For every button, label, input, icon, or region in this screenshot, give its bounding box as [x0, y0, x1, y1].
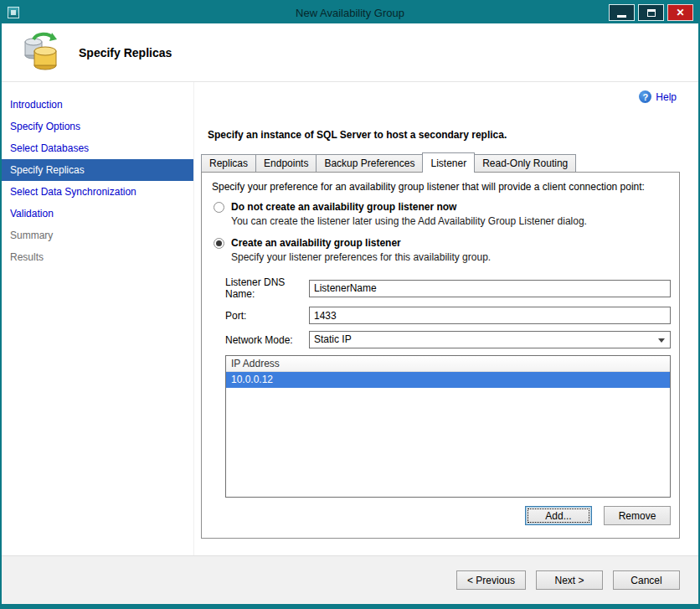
- instruction-text: Specify an instance of SQL Server to hos…: [208, 129, 680, 141]
- ip-address-row[interactable]: 10.0.0.12: [226, 372, 670, 388]
- close-button[interactable]: ✕: [667, 4, 693, 21]
- tab-endpoints[interactable]: Endpoints: [255, 154, 317, 172]
- sidebar-item-specify-replicas[interactable]: Specify Replicas: [2, 159, 193, 181]
- sidebar-item-validation[interactable]: Validation: [2, 203, 193, 225]
- wizard-steps-sidebar: Introduction Specify Options Select Data…: [2, 82, 194, 555]
- minimize-button[interactable]: [609, 4, 635, 21]
- main-area: Introduction Specify Options Select Data…: [2, 82, 698, 555]
- sidebar-item-results: Results: [2, 246, 193, 268]
- title-bar: New Availability Group ✕: [2, 2, 698, 23]
- tab-strip: Replicas Endpoints Backup Preferences Li…: [201, 152, 680, 172]
- help-label: Help: [656, 91, 677, 103]
- port-row: Port:: [225, 307, 671, 324]
- page-title: Specify Replicas: [79, 46, 172, 59]
- tab-read-only-routing[interactable]: Read-Only Routing: [474, 154, 576, 172]
- wizard-content: ? Help Specify an instance of SQL Server…: [194, 82, 698, 555]
- next-button[interactable]: Next >: [536, 570, 603, 590]
- sidebar-item-summary: Summary: [2, 225, 193, 246]
- maximize-icon: [647, 9, 656, 17]
- wizard-footer: < Previous Next > Cancel: [2, 555, 698, 604]
- create-listener-description: Specify your listener preferences for th…: [231, 251, 671, 263]
- listener-preference-text: Specify your preference for an availabil…: [212, 181, 671, 193]
- create-listener-radio[interactable]: [214, 238, 224, 249]
- help-icon: ?: [639, 90, 651, 103]
- listener-form: Listener DNS Name: Port: Network Mode: S…: [225, 276, 671, 348]
- caption-buttons: ✕: [609, 4, 695, 21]
- dns-name-label: Listener DNS Name:: [225, 276, 309, 300]
- wizard-header: Specify Replicas: [2, 23, 698, 82]
- remove-button[interactable]: Remove: [604, 506, 671, 525]
- create-listener-label[interactable]: Create an availability group listener: [231, 237, 401, 249]
- availability-group-icon: [22, 31, 60, 74]
- no-listener-label[interactable]: Do not create an availability group list…: [231, 201, 456, 213]
- no-listener-radio[interactable]: [214, 202, 224, 213]
- ip-address-column-header: IP Address: [226, 356, 670, 372]
- chevron-down-icon: [658, 338, 665, 343]
- tab-backup-preferences[interactable]: Backup Preferences: [316, 154, 423, 172]
- ip-list-buttons: Add... Remove: [210, 506, 671, 525]
- sidebar-item-select-databases[interactable]: Select Databases: [2, 137, 193, 159]
- window-title: New Availability Group: [2, 7, 698, 19]
- network-mode-label: Network Mode:: [225, 334, 309, 346]
- close-icon: ✕: [676, 7, 684, 18]
- tab-listener[interactable]: Listener: [422, 152, 475, 173]
- previous-button[interactable]: < Previous: [456, 570, 526, 590]
- app-icon[interactable]: [8, 7, 19, 18]
- port-input[interactable]: [309, 307, 671, 324]
- help-link[interactable]: ? Help: [639, 90, 677, 103]
- option-create-listener-row: Create an availability group listener: [214, 237, 671, 249]
- dialog-window: New Availability Group ✕ Specify: [0, 0, 700, 609]
- no-listener-description: You can create the listener later using …: [231, 215, 671, 227]
- cancel-button[interactable]: Cancel: [613, 570, 680, 590]
- ip-address-list: IP Address 10.0.0.12: [225, 355, 671, 498]
- dns-name-input[interactable]: [309, 280, 671, 297]
- network-mode-select[interactable]: Static IP: [309, 331, 671, 348]
- sidebar-item-introduction[interactable]: Introduction: [2, 94, 193, 116]
- dns-name-row: Listener DNS Name:: [225, 276, 671, 300]
- sidebar-item-select-data-synchronization[interactable]: Select Data Synchronization: [2, 181, 193, 203]
- network-mode-value: Static IP: [314, 333, 352, 345]
- sidebar-item-specify-options[interactable]: Specify Options: [2, 116, 193, 137]
- tab-replicas[interactable]: Replicas: [201, 154, 256, 172]
- listener-tab-panel: Specify your preference for an availabil…: [201, 172, 680, 539]
- add-button[interactable]: Add...: [525, 506, 592, 525]
- network-mode-row: Network Mode: Static IP: [225, 331, 671, 348]
- maximize-button[interactable]: [638, 4, 664, 21]
- option-no-listener-row: Do not create an availability group list…: [214, 201, 671, 213]
- minimize-icon: [617, 15, 626, 18]
- port-label: Port:: [225, 310, 309, 322]
